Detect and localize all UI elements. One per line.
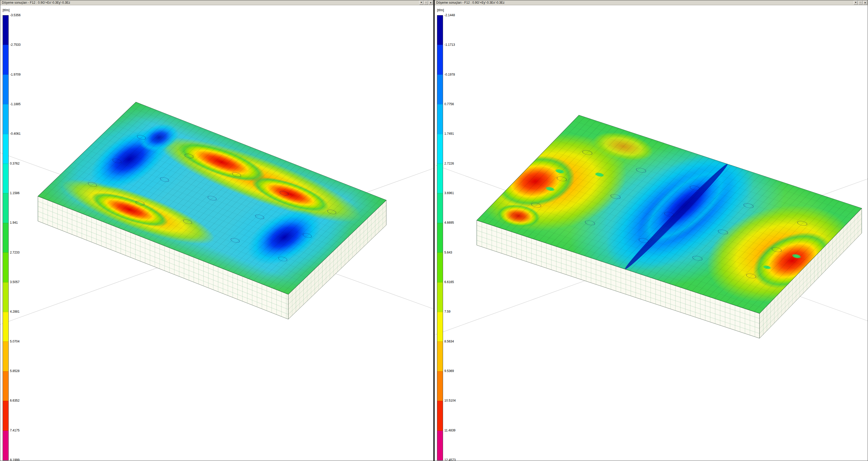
legend-tick-label: 4.2881 <box>10 310 20 313</box>
legend-tick-label: 8.1999 <box>10 458 20 461</box>
legend-tick-label: -1.9709 <box>10 73 21 76</box>
legend-color-band <box>437 134 443 163</box>
legend-color-band <box>437 104 443 134</box>
viewport-restore-button[interactable]: □ <box>424 1 428 5</box>
legend-tick-label: -1.1885 <box>10 102 21 106</box>
legend-tick-label: 2.7233 <box>10 251 20 254</box>
legend-tick-label: 5.643 <box>444 251 452 254</box>
window-controls: ▼□▲ <box>854 1 867 5</box>
viewport-minimize-button[interactable]: ▼ <box>854 1 858 5</box>
legend-color-band <box>3 163 8 193</box>
legend-color-band <box>3 45 8 74</box>
legend-tick-label: -0.4061 <box>10 132 21 135</box>
legend-color-band <box>437 282 443 312</box>
legend-color-band <box>3 312 8 341</box>
legend-color-band <box>3 134 8 163</box>
legend-color-band <box>3 371 8 401</box>
window-button-icon: ▲ <box>430 2 432 4</box>
legend-color-band <box>3 431 8 460</box>
legend-unit-label: [tf/m] <box>437 8 444 12</box>
legend-tick-label: 1.1586 <box>10 191 20 195</box>
legend-color-bar <box>437 15 443 460</box>
window-button-icon: □ <box>860 2 861 4</box>
viewport-panel-right: Döşeme sonuçları - F12 : 0.9G'+Ey'-0.3Ex… <box>434 0 868 461</box>
slab-contour-3d-view <box>0 5 433 461</box>
legend-tick-label: -3.5356 <box>10 13 21 17</box>
legend-tick-label: 7.4175 <box>10 429 20 432</box>
viewport-restore-button[interactable]: □ <box>858 1 863 5</box>
legend-tick-label: -2.1448 <box>444 13 455 17</box>
window-controls: ▼□▲ <box>419 1 433 5</box>
legend-tick-label: 5.8528 <box>10 369 20 373</box>
legend-color-band <box>3 74 8 104</box>
viewport-minimize-button[interactable]: ▼ <box>419 1 424 5</box>
legend-tick-label: 12.4573 <box>444 458 456 461</box>
viewport-maximize-button[interactable]: ▲ <box>863 1 867 5</box>
legend-color-band <box>3 341 8 371</box>
legend-color-band <box>3 193 8 223</box>
legend-tick-label: 3.5057 <box>10 280 20 284</box>
legend-tick-label: 10.5104 <box>444 399 456 402</box>
legend-color-band <box>3 252 8 282</box>
legend-tick-label: 7.59 <box>444 310 451 313</box>
window-button-icon: ▼ <box>420 2 422 4</box>
legend-tick-label: 0.7756 <box>444 102 454 106</box>
legend-color-band <box>437 74 443 104</box>
legend-color-band <box>437 312 443 341</box>
slab-contour-3d-view <box>435 5 868 461</box>
legend-unit-label: [tf/m] <box>3 8 10 12</box>
legend-tick-label: 1.941 <box>10 221 18 224</box>
app-window: Döşeme sonuçları - F12 : 0.9G'+Ex'-0.3Ey… <box>0 0 868 461</box>
legend-tick-label: -0.1978 <box>444 73 455 76</box>
model-viewport[interactable]: [tf/m] -2.1448-1.1713-0.19780.77561.7491… <box>435 5 868 461</box>
legend-color-band <box>437 401 443 430</box>
legend-color-band <box>3 282 8 312</box>
legend-color-band <box>437 341 443 371</box>
legend-tick-label: 11.4839 <box>444 429 456 432</box>
legend-tick-label: -1.1713 <box>444 43 455 47</box>
model-viewport[interactable]: [tf/m] -3.5356-2.7533-1.9709-1.1885-0.40… <box>0 5 433 461</box>
legend-color-band <box>437 371 443 401</box>
viewport-titlebar[interactable]: Döşeme sonuçları - F12 : 0.9G'+Ey'-0.3Ex… <box>435 0 868 5</box>
legend-tick-label: 6.6352 <box>10 399 20 402</box>
viewport-titlebar[interactable]: Döşeme sonuçları - F12 : 0.9G'+Ex'-0.3Ey… <box>0 0 433 5</box>
legend-tick-label: 3.6961 <box>444 191 454 195</box>
viewport-panel-left: Döşeme sonuçları - F12 : 0.9G'+Ex'-0.3Ey… <box>0 0 434 461</box>
window-button-icon: ▲ <box>864 2 866 4</box>
legend-color-band <box>437 16 443 45</box>
viewport-title: Döşeme sonuçları - F12 : 0.9G'+Ey'-0.3Ex… <box>436 1 504 4</box>
legend-color-band <box>437 45 443 74</box>
legend-tick-label: -2.7533 <box>10 43 21 47</box>
legend-color-band <box>437 193 443 223</box>
viewport-maximize-button[interactable]: ▲ <box>429 1 433 5</box>
legend-color-band <box>437 223 443 252</box>
legend-color-band <box>3 223 8 252</box>
legend-tick-label: 2.7226 <box>444 162 454 165</box>
legend-color-band <box>437 163 443 193</box>
legend-color-band <box>3 401 8 430</box>
viewport-title: Döşeme sonuçları - F12 : 0.9G'+Ex'-0.3Ey… <box>2 1 70 4</box>
window-button-icon: □ <box>426 2 427 4</box>
legend-tick-label: 8.5634 <box>444 340 454 343</box>
legend-color-band <box>3 16 8 45</box>
legend-tick-label: 1.7491 <box>444 132 454 135</box>
legend-tick-label: 0.3762 <box>10 162 20 165</box>
window-button-icon: ▼ <box>855 2 857 4</box>
legend-color-bar <box>3 15 9 460</box>
legend-tick-label: 4.6695 <box>444 221 454 224</box>
legend-tick-label: 9.5369 <box>444 369 454 373</box>
legend-color-band <box>3 104 8 134</box>
legend-color-band <box>437 431 443 460</box>
legend-tick-label: 6.6165 <box>444 280 454 284</box>
legend-tick-label: 5.0704 <box>10 340 20 343</box>
legend-color-band <box>437 252 443 282</box>
